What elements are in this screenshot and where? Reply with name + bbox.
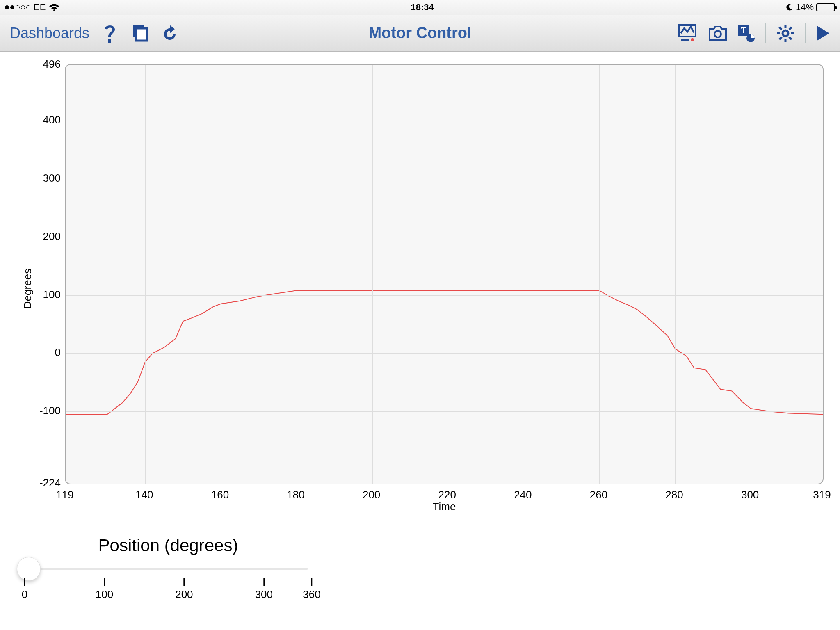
- dashboards-button[interactable]: Dashboards: [10, 25, 89, 42]
- chart-ylabel: Degrees: [21, 268, 34, 308]
- chart-xticks: 119140160180200220240260280300319: [65, 488, 824, 501]
- status-left: EE: [5, 2, 59, 13]
- ytick: 496: [43, 58, 61, 71]
- xtick: 140: [135, 488, 153, 501]
- ytick: 0: [55, 346, 61, 359]
- nav-left: Dashboards: [10, 23, 180, 43]
- duplicate-icon[interactable]: [130, 24, 148, 42]
- xtick: 200: [363, 488, 380, 501]
- ytick: -224: [39, 477, 61, 489]
- undo-icon[interactable]: [162, 24, 180, 42]
- chart-plot[interactable]: [65, 64, 824, 484]
- svg-point-4: [691, 38, 694, 41]
- svg-line-14: [779, 27, 782, 30]
- slider-ticks: 0100200300360: [25, 578, 312, 606]
- slider-tick: 360: [303, 578, 320, 601]
- slider-tick: 0: [22, 578, 27, 601]
- xtick: 300: [741, 488, 759, 501]
- slider-track[interactable]: [29, 568, 308, 570]
- separator: [805, 23, 806, 43]
- status-bar: EE 18:34 14%: [0, 0, 840, 15]
- xtick: 160: [211, 488, 229, 501]
- svg-point-9: [783, 30, 788, 36]
- status-carrier: EE: [34, 2, 46, 13]
- play-icon[interactable]: [815, 25, 830, 41]
- main: Degrees 4964003002001000-100-224 1191401…: [0, 52, 840, 630]
- ytick: 400: [43, 114, 61, 126]
- nav-bar: Dashboards Motor Control T: [0, 15, 840, 52]
- battery-icon: [816, 3, 835, 11]
- svg-line-17: [779, 37, 782, 39]
- text-overlay-icon[interactable]: T: [737, 24, 756, 42]
- help-icon[interactable]: [103, 23, 117, 43]
- gear-icon[interactable]: [776, 24, 795, 43]
- moon-icon: [785, 3, 793, 11]
- status-time: 18:34: [411, 2, 434, 13]
- camera-icon[interactable]: [708, 25, 728, 41]
- chart-xlabel: Time: [65, 500, 824, 513]
- separator: [765, 23, 766, 43]
- svg-rect-3: [681, 39, 689, 41]
- chart-yticks: 4964003002001000-100-224: [34, 64, 62, 513]
- signal-dots-icon: [5, 5, 30, 9]
- nav-right: T: [678, 23, 830, 43]
- ytick: 100: [43, 288, 61, 301]
- svg-line-16: [789, 27, 792, 30]
- svg-line-15: [789, 37, 792, 39]
- ytick: 200: [43, 230, 61, 242]
- xtick: 319: [813, 488, 831, 501]
- status-battery-pct: 14%: [796, 2, 814, 13]
- ytick: 300: [43, 171, 61, 184]
- chart-type-icon[interactable]: [678, 24, 698, 42]
- slider-tick: 300: [255, 578, 273, 601]
- wifi-icon: [49, 3, 59, 11]
- xtick: 280: [665, 488, 683, 501]
- xtick: 180: [287, 488, 304, 501]
- ytick: -100: [39, 404, 61, 417]
- xtick: 119: [56, 488, 73, 501]
- slider-title: Position (degrees): [25, 536, 312, 555]
- xtick: 260: [590, 488, 607, 501]
- slider-tick: 200: [175, 578, 193, 601]
- position-slider: Position (degrees) 0100200300360: [25, 536, 312, 606]
- svg-point-5: [714, 31, 721, 37]
- xtick: 240: [514, 488, 532, 501]
- slider-tick: 100: [96, 578, 113, 601]
- chart: Degrees 4964003002001000-100-224 1191401…: [11, 64, 824, 513]
- xtick: 220: [438, 488, 456, 501]
- svg-text:T: T: [741, 26, 746, 35]
- status-right: 14%: [785, 2, 835, 13]
- svg-marker-18: [817, 26, 829, 41]
- svg-rect-1: [136, 28, 147, 41]
